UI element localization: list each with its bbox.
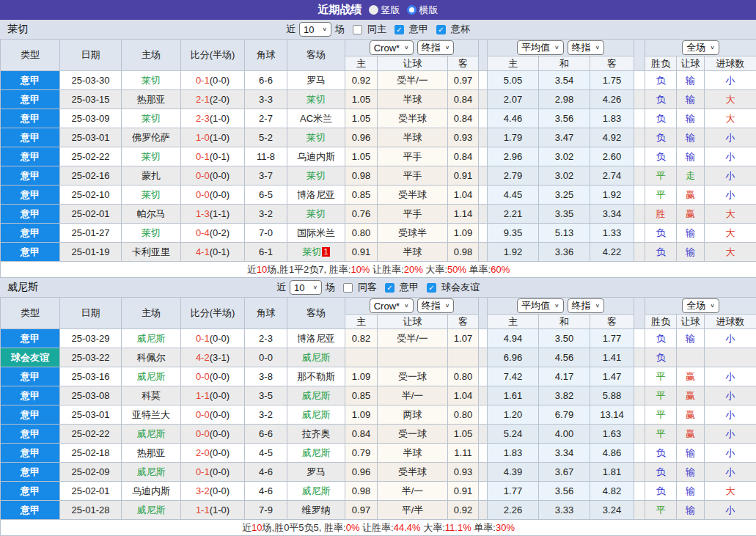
halftime-score: (3-1) xyxy=(210,352,230,363)
match-count-select[interactable]: 10 ∨ xyxy=(299,22,331,37)
sub-away: 客 xyxy=(448,56,479,71)
separator xyxy=(479,224,488,243)
corners-cell: 4-6 xyxy=(245,463,287,482)
league-type-cell: 意甲 xyxy=(1,128,60,147)
crow-handicap-line: 半/一 xyxy=(378,386,448,405)
corners-cell: 3-3 xyxy=(245,90,287,109)
avg-away-odds: 2.60 xyxy=(590,147,634,166)
crow-handicap-line: 受一球 xyxy=(378,367,448,386)
final-index-select[interactable]: 终指∨ xyxy=(417,298,455,313)
same-away-label: 同客 xyxy=(358,281,377,294)
date-cell: 25-03-29 xyxy=(60,329,122,348)
crow-handicap-line: 平手 xyxy=(378,166,448,186)
goals-result-cell: 小 xyxy=(705,186,756,205)
same-home-checkbox[interactable] xyxy=(353,25,362,34)
near-label: 近 xyxy=(276,281,286,294)
chevron-down-icon: ∨ xyxy=(554,45,559,51)
summary-text: 让胜率: xyxy=(359,522,393,533)
final-index-select2[interactable]: 终指∨ xyxy=(568,298,605,313)
corners-cell: 7-0 xyxy=(245,224,287,243)
sub-home2: 主 xyxy=(488,56,539,71)
avg-away-odds: 4.82 xyxy=(590,482,634,501)
summary-text: 近 xyxy=(247,264,257,275)
table-row: 意甲25-02-01帕尔马1-3(1-1)3-2莱切0.76平手1.142.21… xyxy=(1,205,756,224)
fulltime-score: 0-1 xyxy=(196,151,210,162)
average-select[interactable]: 平均值∨ xyxy=(517,298,564,313)
separator xyxy=(634,224,645,243)
radio-horizontal-layout[interactable]: 横版 xyxy=(407,4,438,17)
crow-handicap-line: 半球 xyxy=(378,90,448,109)
crow-home-odds: 0.97 xyxy=(345,501,378,520)
goals-result-cell: 小 xyxy=(705,501,756,520)
bookmaker-select[interactable]: Crow*∨ xyxy=(370,298,414,313)
avg-draw-odds: 3.36 xyxy=(539,243,590,262)
date-cell: 25-01-28 xyxy=(60,501,122,520)
col-date: 日期 xyxy=(60,298,122,329)
radio-selected-icon[interactable] xyxy=(369,5,378,15)
avg-away-odds: 3.24 xyxy=(590,501,634,520)
final-index-select2[interactable]: 终指∨ xyxy=(568,40,605,55)
average-select[interactable]: 平均值∨ xyxy=(517,40,564,55)
italy-cup-checkbox[interactable]: ✓ xyxy=(436,25,446,34)
club-friendly-checkbox[interactable]: ✓ xyxy=(427,283,436,293)
separator xyxy=(634,205,645,224)
table-row: 意甲25-02-22莱切0-1(0-1)11-8乌迪内斯1.05平手0.842.… xyxy=(1,147,756,166)
corners-cell: 5-2 xyxy=(245,128,287,147)
fulltime-score: 0-0 xyxy=(196,371,210,382)
scope-select[interactable]: 全场∨ xyxy=(682,40,719,55)
crow-away-odds: 0.84 xyxy=(448,109,479,128)
match-count-select[interactable]: 10 ∨ xyxy=(290,280,322,295)
team-section-lecce: 莱切 近 10 ∨ 场 同主 ✓ 意甲 ✓ 意杯 类型 日期 主场 比分(半场)… xyxy=(0,20,756,278)
goals-result-cell: 小 xyxy=(705,71,756,90)
chevron-down-icon: ∨ xyxy=(404,45,409,51)
radio-unselected-icon[interactable] xyxy=(407,5,416,15)
separator xyxy=(634,329,645,348)
fulltime-score: 1-1 xyxy=(196,390,210,401)
avg-draw-odds: 6.79 xyxy=(539,405,590,425)
matches-label: 场 xyxy=(335,23,345,36)
crow-home-odds: 0.96 xyxy=(345,128,378,147)
separator xyxy=(634,90,645,109)
separator xyxy=(634,243,645,262)
halftime-score: (1-0) xyxy=(210,504,230,515)
crow-handicap-line: 两球 xyxy=(378,405,448,425)
crow-home-odds: 1.09 xyxy=(345,405,378,425)
sub-handicap: 让球 xyxy=(677,56,705,71)
sub-result: 胜负 xyxy=(645,56,677,71)
same-away-checkbox[interactable] xyxy=(343,283,353,293)
summary-text: 大率: xyxy=(421,522,445,533)
avg-draw-odds: 2.98 xyxy=(539,90,590,109)
result-cell: 胜 xyxy=(645,205,677,224)
separator xyxy=(634,348,645,367)
avg-away-odds: 4.22 xyxy=(590,243,634,262)
separator xyxy=(634,501,645,520)
table-row: 意甲25-02-16蒙扎0-0(0-0)3-7莱切0.98平手0.912.793… xyxy=(1,166,756,186)
away-team-cell: AC米兰 xyxy=(287,109,345,128)
serie-a-checkbox[interactable]: ✓ xyxy=(394,25,404,34)
league-type-cell: 意甲 xyxy=(1,386,60,405)
separator xyxy=(479,205,488,224)
avg-home-odds: 5.05 xyxy=(488,71,539,90)
bookmaker-select[interactable]: Crow*∨ xyxy=(370,40,414,55)
crow-away-odds: 1.04 xyxy=(448,186,479,205)
score-cell: 0-0(0-0) xyxy=(181,367,245,386)
scope-select[interactable]: 全场∨ xyxy=(682,298,719,313)
table-row: 意甲25-01-27莱切0-4(0-2)7-0国际米兰0.80受球半1.099.… xyxy=(1,224,756,243)
separator xyxy=(479,501,488,520)
home-team-cell: 亚特兰大 xyxy=(122,405,181,425)
avg-draw-odds: 3.54 xyxy=(539,71,590,90)
goals-result-cell: 小 xyxy=(705,367,756,386)
final-index-select[interactable]: 终指∨ xyxy=(417,40,455,55)
fulltime-score: 0-1 xyxy=(196,75,210,86)
avg-home-odds: 1.77 xyxy=(488,482,539,501)
fulltime-score: 0-0 xyxy=(196,409,210,420)
date-cell: 25-02-01 xyxy=(60,482,122,501)
result-cell: 负 xyxy=(645,329,677,348)
corners-cell: 3-7 xyxy=(245,166,287,186)
fulltime-score: 0-0 xyxy=(196,189,210,200)
serie-a-checkbox[interactable]: ✓ xyxy=(385,283,394,293)
league-type-cell: 意甲 xyxy=(1,329,60,348)
col-corner: 角球 xyxy=(245,40,287,71)
radio-vertical-layout[interactable]: 竖版 xyxy=(369,4,400,17)
result-cell: 平 xyxy=(645,166,677,186)
